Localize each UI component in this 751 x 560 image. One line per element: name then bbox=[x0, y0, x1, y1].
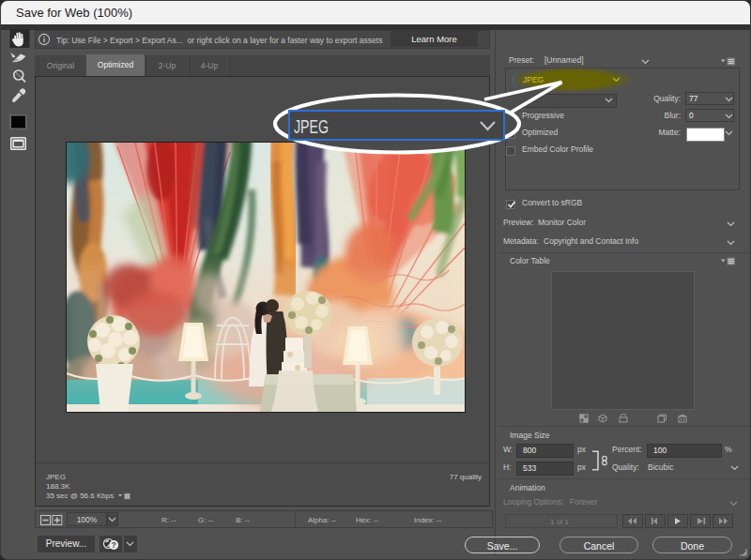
svg-text:?: ? bbox=[112, 540, 116, 550]
